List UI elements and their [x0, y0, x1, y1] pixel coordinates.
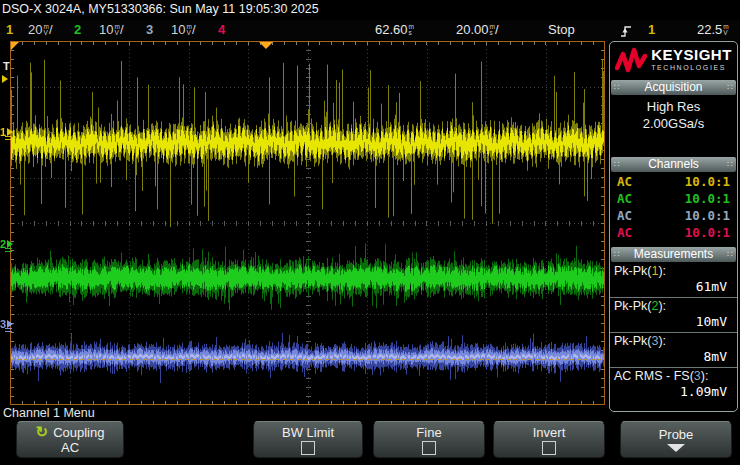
channel-row: AC10.0:1 — [610, 173, 737, 190]
keysight-logo: KEYSIGHT TECHNOLOGIES — [610, 42, 737, 79]
arrow-right-icon — [7, 320, 13, 328]
run-state-badge: Stop — [548, 22, 575, 37]
trigger-time-marker: T — [3, 61, 10, 71]
brand-name: KEYSIGHT — [651, 48, 732, 61]
ch2-badge[interactable]: 2 — [74, 22, 81, 37]
fine-softkey[interactable]: Fine — [373, 421, 485, 458]
coupling-softkey[interactable]: ↻Coupling AC — [16, 421, 124, 458]
measurement-item: Pk-Pk(3): 8mV — [610, 332, 737, 367]
grip-icon: ∷ — [614, 157, 620, 172]
ch4-badge[interactable]: 4 — [218, 22, 225, 37]
ch3-ground-marker[interactable]: 3 — [0, 319, 13, 329]
invert-checkbox[interactable] — [542, 441, 556, 455]
down-arrow-icon — [667, 444, 685, 452]
measurement-value: 10mV — [610, 314, 737, 330]
probe-softkey[interactable]: Probe — [620, 421, 732, 458]
ch1-ground-marker[interactable]: 1 — [0, 127, 13, 137]
measurements-header[interactable]: ∷ Measurements ∷ — [611, 247, 736, 262]
brand-subtitle: TECHNOLOGIES — [651, 61, 732, 74]
instrument-title: DSO-X 3024A, MY51330366: Sun May 11 19:0… — [2, 2, 319, 16]
ch3-scale[interactable]: 10mV/ — [171, 22, 196, 37]
channel-row: AC10.0:1 — [610, 207, 737, 224]
bw-limit-softkey[interactable]: BW Limit — [253, 421, 363, 458]
trigger-source-badge: 1 — [648, 22, 655, 37]
grip-icon: ∷ — [727, 247, 733, 262]
channels-header[interactable]: ∷ Channels ∷ — [611, 157, 736, 172]
rotate-knob-icon: ↻ — [36, 425, 49, 439]
grip-icon: ∷ — [727, 157, 733, 172]
measurements-panel: Pk-Pk(1): 61mV Pk-Pk(2): 10mV Pk-Pk(3): … — [610, 263, 737, 402]
keysight-spark-icon — [615, 47, 647, 75]
ms-unit-icon: ms — [409, 24, 414, 35]
menu-title: Channel 1 Menu — [3, 406, 95, 420]
ch1-scale[interactable]: 20mV/ — [28, 22, 53, 37]
measurement-value: 1.09mV — [610, 384, 737, 400]
oscilloscope-screen: { "window": { "title": "DSO-X 3024A, MY5… — [0, 0, 740, 465]
measurement-value: 8mV — [610, 349, 737, 365]
measurement-item: AC RMS - FS(3): 1.09mV — [610, 367, 737, 402]
grip-icon: ∷ — [727, 80, 733, 95]
acquisition-info: High Res 2.00GSa/s — [610, 96, 737, 156]
status-bar: 1 20mV/ 2 10mV/ 3 10mV/ 4 62.60ms 20.00m… — [0, 20, 740, 40]
ch1-badge[interactable]: 1 — [6, 22, 13, 37]
measurement-value: 61mV — [610, 279, 737, 295]
info-sidebar: KEYSIGHT TECHNOLOGIES ∷ Acquisition ∷ Hi… — [609, 41, 738, 412]
trigger-level-marker[interactable] — [1, 74, 8, 84]
acquisition-header[interactable]: ∷ Acquisition ∷ — [611, 80, 736, 95]
rising-edge-trigger-icon — [620, 23, 632, 38]
ch2-scale[interactable]: 10mV/ — [99, 22, 124, 37]
mV-unit-icon: mV — [723, 24, 728, 35]
horizontal-position-readout: 62.60ms — [375, 22, 414, 37]
trigger-level-readout: 22.5mV — [697, 22, 729, 37]
bw-limit-checkbox[interactable] — [301, 441, 315, 455]
ch3-badge[interactable]: 3 — [146, 22, 153, 37]
ch2-ground-marker[interactable]: 2 — [0, 239, 13, 249]
acquisition-mode: High Res — [610, 99, 737, 116]
fine-checkbox[interactable] — [422, 441, 436, 455]
coupling-value: AC — [61, 440, 79, 455]
channels-panel: AC10.0:1 AC10.0:1 AC10.0:1 AC10.0:1 — [610, 173, 737, 241]
channel-row: AC10.0:1 — [610, 224, 737, 241]
waveform-display — [10, 41, 605, 405]
timebase-readout: 20.00ms/ — [456, 22, 499, 37]
invert-softkey[interactable]: Invert — [493, 421, 605, 458]
ground-icon — [5, 328, 12, 332]
measurement-item: Pk-Pk(2): 10mV — [610, 297, 737, 332]
grip-icon: ∷ — [614, 247, 620, 262]
ground-icon — [5, 248, 12, 252]
arrow-right-icon — [7, 128, 13, 136]
channel-row: AC10.0:1 — [610, 190, 737, 207]
sample-rate: 2.00GSa/s — [610, 116, 737, 133]
ground-icon — [5, 136, 12, 140]
measurement-item: Pk-Pk(1): 61mV — [610, 263, 737, 297]
grip-icon: ∷ — [614, 80, 620, 95]
arrow-right-icon — [7, 240, 13, 248]
